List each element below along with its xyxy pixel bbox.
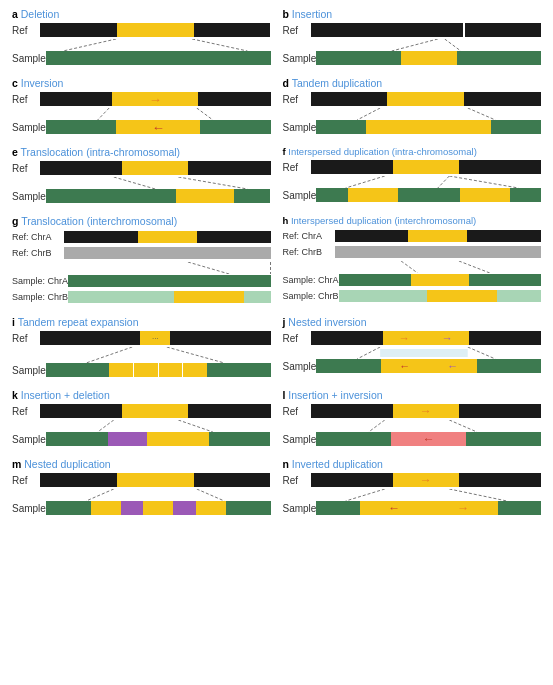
panel-n: n Inverted duplication Ref → xyxy=(277,454,548,523)
panel-h-refB-bar xyxy=(335,245,542,259)
panel-b-sample-label: Sample xyxy=(283,53,317,64)
panel-m-sample-label: Sample xyxy=(12,503,46,514)
svg-line-8 xyxy=(114,177,155,189)
svg-line-29 xyxy=(345,489,384,501)
panel-c-ref-label: Ref xyxy=(12,94,40,105)
panel-b-title: b Insertion xyxy=(283,8,542,20)
panel-j-section: Ref → → xyxy=(283,331,542,373)
panel-a-section: Ref Sample xyxy=(12,23,271,65)
svg-line-30 xyxy=(449,489,507,501)
svg-line-1 xyxy=(192,39,247,51)
panel-h-sampleB-bar xyxy=(339,289,541,303)
panel-l-ref-label: Ref xyxy=(283,406,311,417)
panel-a-connector xyxy=(12,39,271,51)
panel-i-ref-label: Ref xyxy=(12,333,40,344)
panel-e-section: Ref Sample xyxy=(12,161,271,203)
panel-e: e Translocation (intra-chromosomal) Ref xyxy=(6,142,277,211)
panel-j: j Nested inversion Ref → → xyxy=(277,312,548,385)
svg-line-23 xyxy=(98,420,114,432)
panel-l-sample-label: Sample xyxy=(283,434,317,445)
panel-j-sample-bar: ← ← xyxy=(316,359,541,373)
panel-g-connector xyxy=(12,262,271,274)
svg-line-9 xyxy=(178,177,247,189)
panel-f-title: f Interspersed duplication (intra-chromo… xyxy=(283,146,542,157)
panel-l-title: l Insertion + inversion xyxy=(283,389,542,401)
panel-h-section: Ref: ChrA Ref: ChrB xyxy=(283,229,542,303)
panel-g-title: g Translocation (interchromosomal) xyxy=(12,215,271,227)
panel-i-sample-label: Sample xyxy=(12,365,46,376)
panel-m-section: Ref Sample xyxy=(12,473,271,515)
panel-d: d Tandem duplication Ref xyxy=(277,73,548,142)
panel-n-ref-label: Ref xyxy=(283,475,311,486)
panel-b-ref-bar xyxy=(311,23,542,37)
panel-n-sample-bar: ← → xyxy=(316,501,541,515)
panel-m-ref-bar xyxy=(40,473,271,487)
panel-b: b Insertion Ref Sample xyxy=(277,4,548,73)
panel-n-title: n Inverted duplication xyxy=(283,458,542,470)
panel-d-sample-bar xyxy=(316,120,541,134)
svg-line-7 xyxy=(467,108,495,120)
panel-d-section: Ref Sample xyxy=(283,92,542,134)
panel-k: k Insertion + deletion Ref xyxy=(6,385,277,454)
panel-a-title: a Deletion xyxy=(12,8,271,20)
svg-line-13 xyxy=(188,262,229,274)
svg-line-4 xyxy=(98,108,110,120)
panel-n-ref-bar: → xyxy=(311,473,542,487)
panel-g-sampleA-label: Sample: ChrA xyxy=(12,276,68,286)
panel-k-sample-label: Sample xyxy=(12,434,46,445)
panel-m-ref-label: Ref xyxy=(12,475,40,486)
panel-i-ref-bar: ··· xyxy=(40,331,271,345)
panel-e-title: e Translocation (intra-chromosomal) xyxy=(12,146,271,158)
svg-rect-22 xyxy=(380,349,468,357)
panel-i-sample-bar xyxy=(46,363,271,377)
panel-l-ref-bar: → xyxy=(311,404,542,418)
panel-h-refA-label: Ref: ChrA xyxy=(283,231,335,241)
panel-d-ref-label: Ref xyxy=(283,94,311,105)
panel-e-ref-bar xyxy=(40,161,271,175)
svg-line-26 xyxy=(449,420,477,432)
panel-a-sample-bar xyxy=(46,51,271,65)
svg-line-18 xyxy=(86,347,132,363)
panel-e-sample-label: Sample xyxy=(12,191,46,202)
panel-c-connector xyxy=(12,108,271,120)
panel-k-connector xyxy=(12,420,271,432)
panel-d-ref-bar xyxy=(311,92,542,106)
panel-c-sample-bar: ← xyxy=(46,120,271,134)
panel-g-refA-bar xyxy=(64,230,271,244)
svg-line-3 xyxy=(444,39,460,51)
svg-line-11 xyxy=(437,176,449,188)
panel-m: m Nested duplication Ref xyxy=(6,454,277,523)
svg-line-27 xyxy=(86,489,114,501)
svg-line-2 xyxy=(391,39,437,51)
panel-j-ref-bar: → → xyxy=(311,331,542,345)
panel-k-title: k Insertion + deletion xyxy=(12,389,271,401)
panel-k-section: Ref Sample xyxy=(12,404,271,446)
panel-j-title: j Nested inversion xyxy=(283,316,542,328)
svg-line-12 xyxy=(449,176,518,188)
panel-n-section: Ref → Sample xyxy=(283,473,542,515)
svg-line-21 xyxy=(467,347,495,359)
panel-e-connector xyxy=(12,177,271,189)
panel-a: a Deletion Ref xyxy=(6,4,277,73)
panel-e-sample-bar xyxy=(46,189,271,203)
panel-i-section: Ref ··· xyxy=(12,331,271,377)
panel-f-connector xyxy=(283,176,542,188)
svg-line-25 xyxy=(368,420,384,432)
panel-a-ref-bar xyxy=(40,23,271,37)
svg-line-0 xyxy=(63,39,116,51)
panel-m-title: m Nested duplication xyxy=(12,458,271,470)
panel-f-section: Ref Sample xyxy=(283,160,542,202)
panel-d-sample-label: Sample xyxy=(283,122,317,133)
panel-g-sampleB-label: Sample: ChrB xyxy=(12,292,68,302)
panel-h-refA-bar xyxy=(335,229,542,243)
panel-e-ref-label: Ref xyxy=(12,163,40,174)
svg-line-20 xyxy=(357,347,380,359)
panel-g-refB-bar xyxy=(64,246,271,260)
panel-k-ref-bar xyxy=(40,404,271,418)
svg-line-5 xyxy=(197,108,213,120)
panel-l-section: Ref → Sample xyxy=(283,404,542,446)
panel-h: h Interspersed duplication (interchromos… xyxy=(277,211,548,312)
svg-line-28 xyxy=(197,489,225,501)
panel-m-sample-bar xyxy=(46,501,271,515)
panel-k-sample-bar xyxy=(46,432,271,446)
